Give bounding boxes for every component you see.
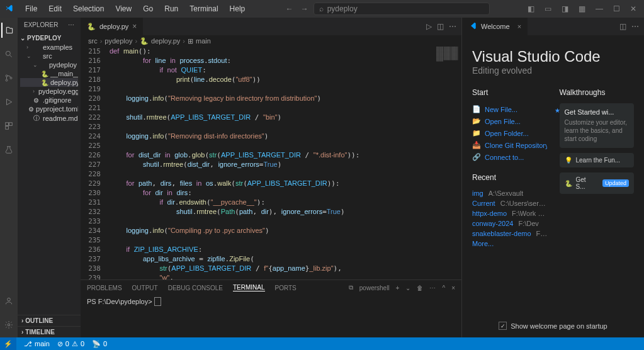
project-name: PYDEPLOY: [27, 35, 61, 42]
welcome-split-icon[interactable]: ◫: [619, 22, 626, 31]
tree-item[interactable]: 🐍deploy.py: [20, 78, 78, 87]
recent-item[interactable]: CurrentC:\Users\serda\On...: [472, 198, 547, 208]
maximize-panel-icon[interactable]: ^: [442, 285, 445, 291]
svg-point-8: [8, 324, 10, 326]
run-debug-icon[interactable]: [1, 94, 16, 110]
vscode-icon: [468, 21, 477, 31]
breadcrumb[interactable]: src› pydeploy› 🐍 deploy.py› ⊞ main: [81, 35, 461, 47]
start-link[interactable]: 🔗Connect to...: [472, 151, 547, 163]
remote-indicator[interactable]: ⚡: [0, 337, 16, 350]
nav-forward-icon[interactable]: →: [301, 4, 308, 13]
tree-item[interactable]: 🐍__main__.py: [20, 69, 78, 78]
tab-close-icon[interactable]: ×: [132, 22, 137, 31]
accounts-icon[interactable]: [1, 293, 16, 308]
window-maximize-icon[interactable]: ☐: [611, 2, 623, 16]
python-file-icon: 🐍: [87, 23, 96, 31]
terminal-dropdown-icon[interactable]: ⌄: [405, 285, 410, 291]
welcome-more-icon[interactable]: ⋯: [631, 22, 639, 31]
testing-icon[interactable]: [1, 142, 16, 157]
minimap[interactable]: ████████████ ████████████ ████████████ █…: [436, 47, 461, 279]
git-branch[interactable]: ⎇ main: [24, 340, 50, 348]
walkthroughs-heading: Walkthroughs: [560, 88, 635, 97]
layout-sidebar-left-icon[interactable]: ◧: [525, 2, 537, 16]
window-minimize-icon[interactable]: —: [593, 2, 606, 16]
layout-sidebar-right-icon[interactable]: ◨: [559, 2, 571, 16]
menu-edit[interactable]: Edit: [43, 2, 67, 16]
terminal-more-icon[interactable]: ⋯: [429, 285, 436, 291]
svg-point-3: [10, 77, 12, 79]
extensions-icon[interactable]: [1, 118, 16, 133]
start-link[interactable]: 📄New File...: [472, 103, 547, 115]
search-text: pydeploy: [327, 4, 358, 13]
menu-view[interactable]: View: [110, 2, 137, 16]
recent-item[interactable]: snakeblaster-demoF:\Work...: [472, 229, 547, 239]
panel-tabs: PROBLEMSOUTPUTDEBUG CONSOLETERMINALPORTS…: [81, 280, 461, 295]
terminal-shell-icon[interactable]: ⧉: [349, 284, 353, 291]
welcome-tab[interactable]: Welcome ×: [462, 18, 528, 35]
lightbulb-icon: 💡: [565, 157, 572, 164]
problems-status[interactable]: ⊘0 ⚠0: [57, 340, 84, 348]
menu-run[interactable]: Run: [159, 2, 183, 16]
layout-panel-icon[interactable]: ▭: [542, 2, 554, 16]
menu-selection[interactable]: Selection: [68, 2, 109, 16]
tree-item[interactable]: ⓘreadme.md: [20, 113, 78, 123]
run-file-icon[interactable]: ▷: [426, 22, 432, 31]
start-link[interactable]: 📁Open Folder...: [472, 127, 547, 139]
search-activity-icon[interactable]: [1, 47, 16, 62]
tree-item[interactable]: ⌄pydeploy: [20, 60, 78, 69]
menu-go[interactable]: Go: [138, 2, 158, 16]
layout-customize-icon[interactable]: ▦: [576, 2, 588, 16]
panel-tab-problems[interactable]: PROBLEMS: [87, 285, 122, 291]
svg-rect-4: [6, 123, 9, 126]
tree-item[interactable]: ›pydeploy.egg-info: [20, 87, 78, 96]
start-heading: Start: [472, 88, 547, 97]
more-icon[interactable]: ⋯: [68, 21, 74, 28]
svg-rect-6: [6, 127, 9, 130]
star-icon: ★: [555, 107, 560, 114]
settings-gear-icon[interactable]: [1, 317, 16, 332]
command-center-search[interactable]: ⌕ pydeploy: [314, 3, 490, 15]
recent-item[interactable]: httpx-demoF:\Work projects: [472, 208, 547, 218]
svg-rect-5: [9, 123, 13, 126]
walkthrough-get-started[interactable]: ★ Get Started wi... Customize your edito…: [560, 103, 635, 148]
panel-tab-debug-console[interactable]: DEBUG CONSOLE: [168, 285, 223, 291]
panel-tab-ports[interactable]: PORTS: [275, 285, 297, 291]
new-terminal-icon[interactable]: +: [396, 285, 400, 291]
port-icon: 📡: [92, 340, 101, 348]
ports-status[interactable]: 📡0: [92, 340, 107, 348]
code-editor[interactable]: def main(): for line in process.stdout: …: [110, 47, 436, 279]
editor-more-icon[interactable]: ⋯: [449, 22, 456, 31]
welcome-close-icon[interactable]: ×: [517, 23, 521, 30]
outline-section[interactable]: ›OUTLINE: [18, 315, 81, 326]
terminal-body[interactable]: PS F:\Dev\pydeploy>: [81, 295, 461, 337]
menu-terminal[interactable]: Terminal: [184, 2, 223, 16]
timeline-section[interactable]: ›TIMELINE: [18, 326, 81, 337]
nav-back-icon[interactable]: ←: [286, 4, 293, 13]
start-link[interactable]: 📂Open File...: [472, 115, 547, 127]
menu-help[interactable]: Help: [225, 2, 251, 16]
explorer-icon[interactable]: [1, 23, 16, 38]
tab-deploy-py[interactable]: 🐍 deploy.py ×: [81, 18, 144, 35]
recent-item[interactable]: imgA:\Sexvault: [472, 188, 547, 198]
recent-more[interactable]: More...: [472, 240, 494, 247]
menu-file[interactable]: File: [20, 2, 42, 16]
panel-tab-terminal[interactable]: TERMINAL: [233, 284, 265, 291]
source-control-icon[interactable]: [1, 71, 16, 86]
start-link[interactable]: 📥Clone Git Repository...: [472, 139, 547, 151]
tree-item[interactable]: ⚙.gitignore: [20, 96, 78, 104]
recent-item[interactable]: conway-2024F:\Dev: [472, 218, 547, 229]
walkthrough-get-started-python[interactable]: 🐍 Get S... Updated: [560, 172, 635, 194]
window-close-icon[interactable]: ✕: [628, 2, 639, 16]
panel-tab-output[interactable]: OUTPUT: [132, 285, 158, 291]
tree-item[interactable]: ⌄src: [20, 52, 78, 60]
tree-item[interactable]: ›examples: [20, 43, 78, 52]
status-bar: ⚡ ⎇ main ⊘0 ⚠0 📡0: [0, 337, 644, 350]
kill-terminal-icon[interactable]: 🗑: [417, 285, 423, 291]
show-welcome-checkbox[interactable]: ✓: [499, 322, 507, 330]
project-root[interactable]: ⌄ PYDEPLOY: [20, 33, 78, 43]
close-panel-icon[interactable]: ×: [451, 285, 455, 291]
shell-name[interactable]: powershell: [359, 285, 390, 291]
tree-item[interactable]: ⚙pyproject.toml: [20, 104, 78, 113]
split-editor-icon[interactable]: ◫: [437, 22, 444, 31]
walkthrough-learn-fundamentals[interactable]: 💡 Learn the Fun...: [560, 153, 635, 167]
